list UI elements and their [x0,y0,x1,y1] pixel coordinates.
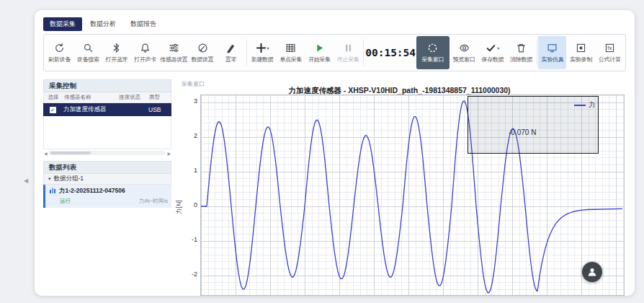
pen-icon [225,43,236,53]
sidebar: 采集控制 选择 传感器名称 连接状态 类型 ✓ 力加速度传感器 USB ◀ ▶ … [43,79,171,296]
refresh-icon [54,43,65,53]
sensor-name: 力加速度传感器 [62,105,111,114]
tab-data-analysis[interactable]: 数据分析 [84,17,122,31]
data-item-name: 力1-2-20251112-047506 [59,187,125,196]
collect-window-button[interactable]: 采集窗口 [416,36,450,69]
scrollbar-thumb[interactable] [50,152,91,154]
sensor-table-row[interactable]: ✓ 力加速度传感器 USB [43,103,171,116]
legend-line-icon [574,105,586,106]
y-axis-title: 力[N] [174,95,184,296]
clear-data-button[interactable]: 清除数据 [507,36,535,69]
assistant-button[interactable] [582,262,602,282]
toolbar-separator [246,40,247,66]
svg-text:fx: fx [607,45,612,51]
data-list-header: 数据列表 [43,161,171,174]
stop-collect-button[interactable]: 停止采集 [334,36,362,69]
zero-button[interactable]: 置零 [217,36,245,69]
data-item-signal: 力/N~时间/s [139,198,168,205]
horizontal-scrollbar[interactable]: ◀ ▶ [43,149,171,157]
legend-label: 力 [589,100,595,110]
app-window: 数据采集 数据分析 数据报告 刷新设备 设备搜索 打开蓝牙 打开声卡 [35,10,635,296]
sensor-type: USB [147,106,170,113]
y-tick-label: 3 [194,97,197,105]
chart-region: 采集窗口 力加速度传感器 - XHSP-V10HID_path_-1981348… [171,79,635,296]
plot-wrap: 力[N] 3210-1-2 -0.070 N 力 [174,95,625,296]
data-list-title: 数据列表 [49,163,76,172]
single-point-button[interactable]: 单点采集 [277,36,305,69]
column-connection-status: 连接状态 [112,94,148,101]
dataset-icon [49,187,56,196]
edit-circle-icon [197,43,208,53]
scroll-right-icon[interactable]: ▶ [167,151,171,156]
search-icon [83,43,94,53]
scrollbar-track[interactable] [49,151,166,155]
plot-area[interactable]: -0.070 N 力 [200,95,625,296]
collect-panel-title: 采集控制 [49,82,76,91]
chart-legend: 力 [574,100,595,110]
data-group-row[interactable]: ▾ 数据分组-1 [43,174,171,185]
toolbar-separator [363,40,364,66]
simulation-button[interactable]: 实验仿真 [538,36,566,69]
y-tick-label: 1 [194,167,197,174]
grid-icon [285,43,296,53]
refresh-device-button[interactable]: 刷新设备 [45,36,73,69]
measurement-annotation: -0.070 N [509,128,536,136]
plus-icon [256,43,267,53]
eye-icon [459,43,470,53]
play-icon [314,43,325,53]
new-data-button[interactable]: ▾ 新建数据 [249,36,277,69]
toolbar-separator [537,40,537,66]
y-tick-label: 0 [194,201,197,208]
y-tick-label: 2 [194,132,197,139]
sensor-checkbox[interactable]: ✓ [50,107,56,113]
data-item-status: 运行 [60,198,71,205]
check-icon: ✓ [50,107,55,113]
preview-window-button[interactable]: 预览窗口 [450,36,478,69]
toolbar: 刷新设备 设备搜索 打开蓝牙 打开声卡 传感器设置 数据设置 [43,34,626,71]
tree-caret-icon[interactable]: ▾ [48,176,51,182]
data-list-item[interactable]: 力1-2-20251112-047506 运行 力/N~时间/s [43,185,171,208]
sliders-icon [169,43,179,53]
dropdown-caret-icon[interactable]: ▾ [267,45,269,50]
trash-icon [516,43,527,53]
sensor-settings-button[interactable]: 传感器设置 [160,36,188,69]
record-button[interactable]: 实验录制 [567,36,595,69]
scroll-left-icon[interactable]: ◀ [44,151,48,156]
monitor-icon [547,43,558,53]
soundcard-button[interactable]: 打开声卡 [131,36,159,69]
sensor-table-empty-area [43,116,171,149]
timer-display: 00:15:54 [365,47,416,58]
main-tab-bar: 数据采集 数据分析 数据报告 [43,17,163,31]
start-collect-button[interactable]: 开始采集 [305,36,334,69]
collect-panel-header: 采集控制 [43,79,171,92]
bluetooth-button[interactable]: 打开蓝牙 [102,36,130,69]
check-icon [486,43,496,53]
y-tick-label: -2 [192,271,197,278]
bluetooth-icon [111,43,122,53]
sidebar-collapse-handle[interactable]: ◀ [24,177,28,184]
data-settings-button[interactable]: 数据设置 [189,36,217,69]
column-type: 类型 [148,94,171,101]
bell-icon [140,43,151,53]
device-search-button[interactable]: 设备搜索 [74,36,102,69]
y-tick-label: -1 [192,236,197,243]
save-data-button[interactable]: ▾ 保存数据 [478,36,506,69]
dropdown-caret-icon[interactable]: ▾ [497,45,499,50]
sensor-table-header: 选择 传感器名称 连接状态 类型 [43,92,171,103]
data-group-label: 数据分组-1 [54,175,84,183]
record-icon [576,43,586,53]
dashed-circle-icon [427,43,438,53]
column-select: 选择 [44,94,63,101]
person-icon [586,266,598,278]
y-axis-ticks: 3210-1-2 [184,95,200,296]
tab-data-report[interactable]: 数据报告 [124,17,163,31]
pause-icon [343,43,354,53]
column-sensor-name: 传感器名称 [63,94,112,101]
formula-icon: fx [604,43,615,53]
formula-button[interactable]: fx 公式计算 [596,36,624,69]
tab-data-collect[interactable]: 数据采集 [43,17,82,31]
